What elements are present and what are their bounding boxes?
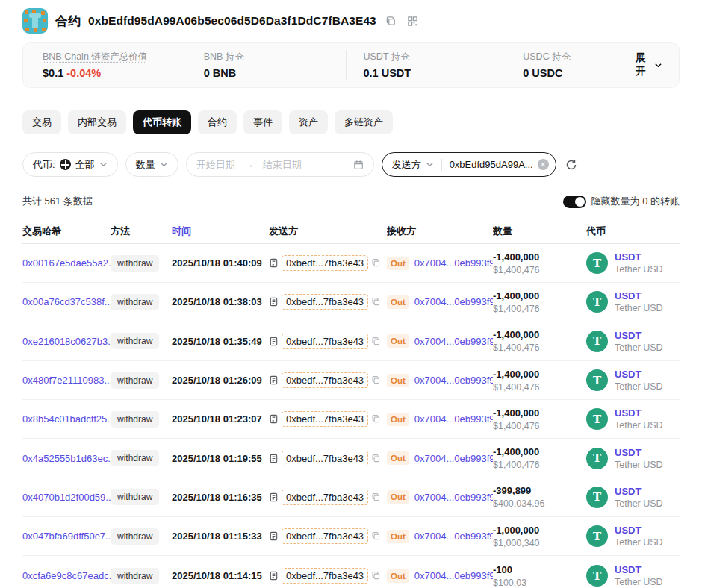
hide-zero-toggle[interactable] bbox=[563, 196, 586, 208]
tx-hash-link[interactable]: 0x480f7e21110983... bbox=[22, 375, 111, 386]
receiver-address-link[interactable]: 0x7004...0eb993f92f bbox=[414, 531, 493, 542]
direction-badge: Out bbox=[387, 257, 409, 270]
sender-address[interactable]: 0xbedf...7fba3e43 bbox=[282, 528, 368, 544]
token-symbol-link[interactable]: USDT bbox=[615, 486, 641, 497]
token-transfers-table: 交易哈希 方法 时间 发送方 接收方 数量 代币 0x00167e5dae55a… bbox=[22, 219, 680, 588]
date-range-input[interactable]: 开始日期 → 结束日期 bbox=[186, 152, 374, 177]
hide-zero-toggle-wrap[interactable]: 隐藏数量为 0 的转账 bbox=[563, 195, 680, 208]
transfer-amount: -100 bbox=[493, 564, 586, 575]
token-symbol-link[interactable]: USDT bbox=[615, 290, 641, 301]
direction-badge: Out bbox=[387, 530, 409, 543]
contract-icon bbox=[269, 571, 279, 581]
token-symbol-link[interactable]: USDT bbox=[615, 407, 641, 419]
transfer-usd-value: $1,000,340 bbox=[493, 538, 586, 548]
col-method: 方法 bbox=[111, 225, 172, 238]
transfer-usd-value: $1,400,476 bbox=[493, 343, 586, 353]
amount-filter-dropdown[interactable]: 数量 bbox=[125, 152, 178, 177]
usdt-token-icon: T bbox=[586, 291, 608, 313]
clear-filter-icon[interactable]: ✕ bbox=[538, 159, 549, 170]
sender-address[interactable]: 0xbedf...7fba3e43 bbox=[282, 451, 368, 466]
tx-hash-link[interactable]: 0x00a76cd37c538f... bbox=[22, 296, 111, 307]
token-symbol-link[interactable]: USDT bbox=[615, 251, 641, 263]
sender-address[interactable]: 0xbedf...7fba3e43 bbox=[282, 568, 368, 584]
copy-icon[interactable] bbox=[371, 297, 381, 307]
copy-icon[interactable] bbox=[371, 492, 381, 502]
receiver-address-link[interactable]: 0x7004...0eb993f92f bbox=[414, 336, 493, 347]
sender-address[interactable]: 0xbedf...7fba3e43 bbox=[282, 334, 368, 349]
tab-transactions[interactable]: 交易 bbox=[22, 110, 61, 134]
sender-address[interactable]: 0xbedf...7fba3e43 bbox=[282, 490, 368, 505]
col-tx-hash: 交易哈希 bbox=[22, 225, 111, 238]
token-symbol-link[interactable]: USDT bbox=[615, 369, 641, 380]
tx-time: 2025/10/18 01:15:33 bbox=[172, 531, 269, 542]
copy-icon[interactable] bbox=[371, 571, 381, 581]
transfer-usd-value: $1,400,476 bbox=[493, 460, 586, 470]
expand-button[interactable]: 展开 bbox=[630, 51, 662, 78]
direction-badge: Out bbox=[387, 295, 409, 309]
receiver-address-link[interactable]: 0x7004...0eb993f92f bbox=[414, 257, 493, 269]
stat-total-value: BNB Chain 链资产总价值 $0.1-0.04% bbox=[26, 50, 187, 80]
copy-icon[interactable] bbox=[371, 531, 381, 541]
copy-icon[interactable] bbox=[371, 258, 381, 268]
sender-address[interactable]: 0xbedf...7fba3e43 bbox=[282, 411, 368, 427]
tab-internal-transactions[interactable]: 内部交易 bbox=[68, 110, 126, 134]
transfer-amount: -1,400,000 bbox=[493, 251, 586, 263]
tx-time: 2025/10/18 01:23:07 bbox=[172, 413, 269, 425]
token-name: Tether USD bbox=[615, 343, 663, 353]
tab-contract[interactable]: 合约 bbox=[198, 110, 237, 134]
copy-icon[interactable] bbox=[371, 414, 381, 424]
table-body: 0x00167e5dae55a2... withdraw 2025/10/18 … bbox=[22, 244, 680, 588]
stat-total-value-amount: $0.1-0.04% bbox=[43, 67, 170, 79]
token-symbol-link[interactable]: USDT bbox=[615, 564, 641, 575]
receiver-address-link[interactable]: 0x7004...0eb993f92f bbox=[414, 375, 493, 386]
contract-icon bbox=[269, 454, 279, 463]
transfer-amount: -1,400,000 bbox=[493, 329, 586, 340]
transfer-usd-value: $1,400,476 bbox=[493, 421, 586, 431]
tab-multichain-assets[interactable]: 多链资产 bbox=[335, 110, 393, 134]
sender-address[interactable]: 0xbedf...7fba3e43 bbox=[282, 294, 368, 310]
receiver-address-link[interactable]: 0x7004...0eb993f92f bbox=[414, 453, 493, 464]
method-badge: withdraw bbox=[111, 411, 159, 428]
tx-hash-link[interactable]: 0xe216018c0627b3... bbox=[22, 336, 111, 347]
tx-hash-link[interactable]: 0x00167e5dae55a2... bbox=[22, 257, 111, 269]
tab-token-transfers[interactable]: 代币转账 bbox=[133, 110, 191, 134]
table-header: 交易哈希 方法 时间 发送方 接收方 数量 代币 bbox=[22, 219, 680, 244]
token-symbol-link[interactable]: USDT bbox=[615, 330, 641, 341]
sender-address[interactable]: 0xbedf...7fba3e43 bbox=[282, 255, 368, 271]
address-identicon bbox=[22, 8, 48, 34]
method-badge: withdraw bbox=[111, 333, 159, 349]
copy-icon[interactable] bbox=[371, 337, 381, 346]
direction-badge: Out bbox=[387, 334, 409, 348]
receiver-address-link[interactable]: 0x7004...0eb993f92f bbox=[414, 296, 493, 307]
token-symbol-link[interactable]: USDT bbox=[615, 447, 641, 458]
table-row: 0x00167e5dae55a2... withdraw 2025/10/18 … bbox=[22, 244, 680, 283]
tx-hash-link[interactable]: 0x8b54c01badcff25... bbox=[22, 413, 111, 425]
table-row: 0x047bfa69dff50e7... withdraw 2025/10/18… bbox=[22, 517, 680, 556]
chevron-down-icon bbox=[160, 160, 168, 169]
method-badge: withdraw bbox=[111, 372, 159, 389]
copy-address-icon[interactable] bbox=[384, 14, 398, 28]
hide-zero-toggle-label: 隐藏数量为 0 的转账 bbox=[591, 195, 680, 208]
tx-hash-link[interactable]: 0xcfa6e9c8c67eadc... bbox=[22, 570, 111, 581]
qr-code-icon[interactable] bbox=[406, 14, 420, 28]
refresh-icon[interactable] bbox=[565, 159, 577, 171]
receiver-address-link[interactable]: 0x7004...0eb993f92f bbox=[414, 492, 493, 503]
method-badge: withdraw bbox=[111, 489, 159, 505]
tab-assets[interactable]: 资产 bbox=[289, 110, 328, 134]
receiver-address-link[interactable]: 0x7004...0eb993f92f bbox=[414, 570, 493, 581]
col-time-sort[interactable]: 时间 bbox=[172, 225, 269, 238]
copy-icon[interactable] bbox=[371, 454, 381, 463]
token-filter-dropdown[interactable]: 代币: 全部 bbox=[22, 152, 118, 177]
token-symbol-link[interactable]: USDT bbox=[615, 525, 641, 536]
stat-total-value-label: BNB Chain 链资产总价值 bbox=[43, 51, 170, 63]
transfer-usd-value: $100.03 bbox=[493, 578, 586, 588]
tx-hash-link[interactable]: 0x4070b1d2f00d59... bbox=[22, 492, 111, 503]
copy-icon[interactable] bbox=[371, 375, 381, 385]
sender-address[interactable]: 0xbedf...7fba3e43 bbox=[282, 372, 368, 388]
receiver-address-link[interactable]: 0x7004...0eb993f92f bbox=[414, 413, 493, 425]
tx-hash-link[interactable]: 0x047bfa69dff50e7... bbox=[22, 531, 111, 542]
usdt-token-icon: T bbox=[586, 565, 608, 587]
sender-filter-active[interactable]: 发送方 0xbEdfd95dA99A... ✕ bbox=[382, 152, 556, 177]
tx-hash-link[interactable]: 0x4a52555b1d63ec... bbox=[22, 453, 111, 464]
tab-events[interactable]: 事件 bbox=[243, 110, 282, 134]
